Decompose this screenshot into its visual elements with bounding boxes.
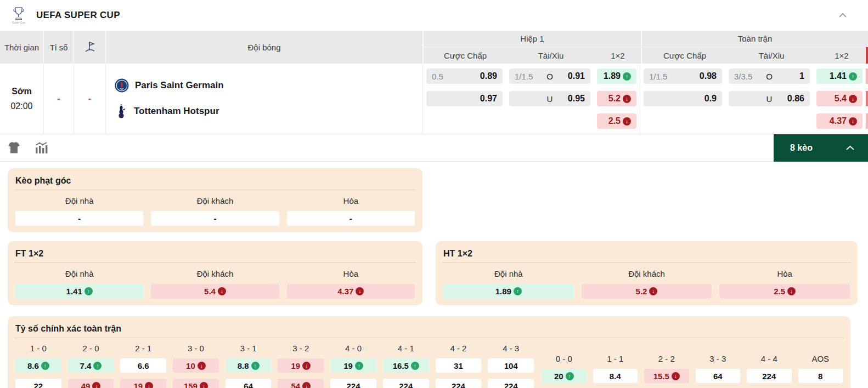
- score-odds-cell[interactable]: 7.4: [68, 358, 114, 373]
- draw-column-label: Hòa: [719, 267, 850, 281]
- h1-1x2-draw-cell[interactable]: 2.5: [597, 113, 636, 129]
- markets-count-button[interactable]: 8 kèo: [774, 134, 868, 162]
- ft-1x2-away-cell[interactable]: 5.4: [816, 91, 863, 106]
- score-odds-cell[interactable]: 64: [696, 369, 741, 383]
- match-toolbar: 8 kèo: [0, 134, 868, 162]
- score-odds-cell[interactable]: 224: [488, 379, 534, 388]
- score-odds-cell[interactable]: 16.5: [383, 358, 429, 373]
- ft-1x2-column: 1.41 5.4 4.37: [813, 64, 866, 134]
- corner-draw-cell[interactable]: -: [287, 211, 415, 226]
- trend-icon: [356, 287, 364, 295]
- early-label: Sớm: [12, 87, 31, 96]
- odds-value: 0.9: [683, 94, 717, 104]
- divider: [14, 190, 416, 190]
- ft-handicap-home-cell[interactable]: 1/1.5 0.98: [644, 69, 722, 84]
- score-odds-cell[interactable]: 224: [383, 379, 429, 388]
- ft-draw-cell[interactable]: 4.37: [287, 284, 415, 299]
- trend-icon: [302, 382, 311, 388]
- score-odds-cell[interactable]: 6.6: [120, 358, 166, 373]
- divider: [442, 263, 851, 263]
- corners-value: -: [88, 94, 91, 104]
- odds-value: 6.6: [138, 361, 149, 370]
- ft-over-cell[interactable]: 3/3.5 O 1: [729, 69, 810, 84]
- col-header-score: Tỉ số: [44, 31, 74, 64]
- match-score-cell: -: [44, 64, 74, 134]
- jersey-icon[interactable]: [8, 142, 20, 153]
- ft-away-cell[interactable]: 5.4: [151, 284, 279, 299]
- home-team-row[interactable]: Paris Saint Germain: [115, 78, 422, 93]
- score-odds-cell[interactable]: 8: [798, 369, 843, 383]
- ht-away-cell[interactable]: 5.2: [582, 284, 712, 299]
- home-column-label: Đội nhà: [443, 267, 574, 281]
- score-column-4-3: 4 - 3 104 224: [488, 343, 534, 388]
- psg-logo-icon: [115, 78, 129, 93]
- score-odds-cell[interactable]: 19: [278, 358, 324, 373]
- score-odds-cell[interactable]: 104: [488, 358, 534, 373]
- score-odds-cell[interactable]: 15.5: [644, 369, 689, 383]
- score-label: 4 - 1: [383, 343, 429, 355]
- score-odds-cell[interactable]: 8.4: [593, 369, 638, 383]
- ft-ou-column: 3/3.5 O 1 U 0.86: [725, 64, 813, 134]
- score-odds-cell[interactable]: 224: [330, 379, 376, 388]
- score-odds-cell[interactable]: 19: [120, 379, 166, 388]
- kickoff-time: 02:00: [10, 101, 32, 111]
- league-collapse-chevron-up-icon[interactable]: [838, 13, 847, 18]
- ft-1x2-draw-cell[interactable]: 4.37: [816, 113, 863, 129]
- ht-home-cell[interactable]: 1.89: [443, 284, 574, 299]
- trend-icon: [198, 362, 206, 370]
- ft-1x2-home-cell[interactable]: 1.41: [816, 69, 863, 84]
- ft-home-cell[interactable]: 1.41: [15, 284, 143, 299]
- over-label: O: [763, 72, 776, 81]
- away-column-label: Đội khách: [151, 195, 279, 208]
- away-team-row[interactable]: Tottenham Hotspur: [115, 104, 422, 119]
- score-odds-cell[interactable]: 64: [226, 379, 272, 388]
- score-column-4-1: 4 - 1 16.5 224: [383, 343, 429, 388]
- score-label: 1 - 1: [593, 353, 638, 365]
- score-odds-cell[interactable]: 49: [68, 379, 114, 388]
- markets-chevron-up-icon: [846, 145, 855, 151]
- odds-value: 22: [34, 381, 43, 388]
- card-title: Tỷ số chính xác toàn trận: [14, 322, 844, 338]
- score-odds-cell[interactable]: 10: [173, 358, 219, 373]
- stats-chart-icon[interactable]: [35, 142, 48, 153]
- score-odds-cell[interactable]: 22: [15, 379, 61, 388]
- edge-indicator: [866, 113, 868, 129]
- ft-handicap-away-cell[interactable]: 0.9: [644, 91, 722, 106]
- sub-header-ft-1x2: 1×2: [815, 47, 868, 64]
- odds-value: 31: [454, 361, 463, 370]
- ft-under-cell[interactable]: U 0.86: [729, 91, 810, 106]
- score-odds-cell[interactable]: 224: [436, 379, 482, 388]
- trend-icon: [849, 72, 857, 81]
- odds-value: 20: [554, 372, 563, 381]
- score-value: -: [57, 94, 60, 104]
- teams-cell: Paris Saint Germain Tottenham Hotspur: [106, 64, 422, 134]
- odds-value: 16.5: [393, 361, 409, 370]
- sub-header-h1-ou: Tài/Xỉu: [507, 47, 595, 64]
- score-odds-cell[interactable]: 19: [330, 358, 376, 373]
- ou-line: 3/3.5: [734, 72, 763, 81]
- h1-under-cell[interactable]: U 0.95: [509, 91, 590, 106]
- score-odds-cell[interactable]: 20: [542, 369, 587, 383]
- score-odds-cell[interactable]: 159: [173, 379, 219, 388]
- corner-home-cell[interactable]: -: [15, 211, 143, 226]
- h1-handicap-home-cell[interactable]: 0.5 0.89: [426, 69, 503, 84]
- trend-icon: [84, 287, 93, 295]
- ht-draw-cell[interactable]: 2.5: [719, 284, 850, 299]
- under-label: U: [543, 94, 556, 104]
- h1-over-cell[interactable]: 1/1.5 O 0.91: [509, 69, 590, 84]
- score-odds-cell[interactable]: 31: [436, 358, 482, 373]
- odds-value: 5.2: [608, 94, 621, 104]
- corner-away-cell[interactable]: -: [151, 211, 279, 226]
- score-odds-cell[interactable]: 8.6: [15, 358, 61, 373]
- handicap-line: 0.5: [432, 72, 465, 81]
- score-odds-cell[interactable]: 54: [278, 379, 324, 388]
- score-label: 0 - 0: [542, 353, 587, 365]
- score-odds-cell[interactable]: 224: [747, 369, 792, 383]
- odds-value: 224: [399, 381, 413, 388]
- score-odds-cell[interactable]: 8.8: [226, 358, 272, 373]
- score-column-4-2: 4 - 2 31 224: [436, 343, 482, 388]
- h1-1x2-away-cell[interactable]: 5.2: [597, 91, 636, 106]
- h1-handicap-away-cell[interactable]: 0.97: [426, 91, 503, 106]
- h1-1x2-home-cell[interactable]: 1.89: [597, 69, 636, 84]
- h1-ou-column: 1/1.5 O 0.91 U 0.95: [506, 64, 594, 134]
